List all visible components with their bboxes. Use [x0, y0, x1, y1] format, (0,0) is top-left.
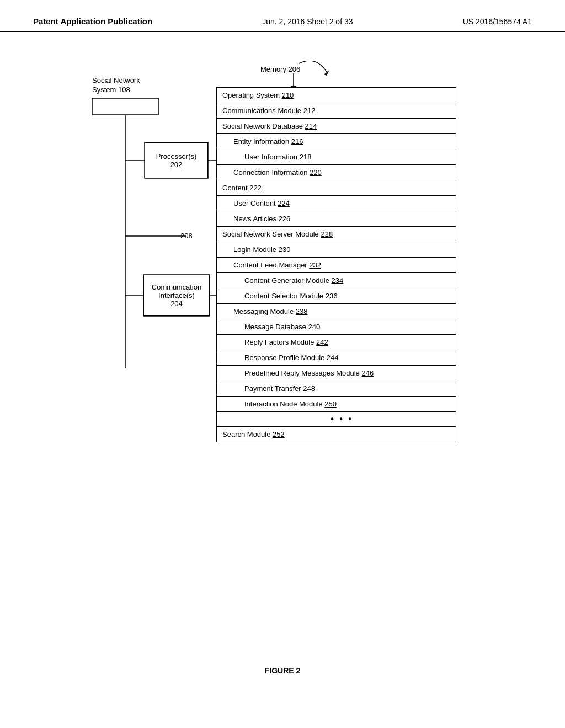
- tree-row-content-feed: Content Feed Manager 232: [217, 258, 456, 273]
- patent-number: US 2016/156574 A1: [463, 17, 532, 26]
- tree-row-sn-db: Social Network Database 214: [217, 119, 456, 134]
- tree-row-connection: Connection Information 220: [217, 165, 456, 180]
- memory-arrow: [299, 61, 332, 83]
- tree-row-os: Operating System 210: [217, 88, 456, 103]
- tree-row-user-content: User Content 224: [217, 196, 456, 211]
- label-208: 208: [180, 232, 193, 240]
- tree-row-content-gen: Content Generator Module 234: [217, 273, 456, 288]
- tree-row-interaction-node: Interaction Node Module 250: [217, 397, 456, 412]
- publication-title: Patent Application Publication: [33, 17, 152, 26]
- figure-caption: FIGURE 2: [33, 666, 532, 675]
- diagram: Social Network System 108 Processor(s)20…: [89, 65, 476, 644]
- tree-row-comm-module: Communications Module 212: [217, 103, 456, 119]
- processor-label: Processor(s)202: [156, 152, 197, 169]
- tree-row-user-info: User Information 218: [217, 149, 456, 165]
- tree-row-reply-factors: Reply Factors Module 242: [217, 335, 456, 350]
- main-content: Social Network System 108 Processor(s)20…: [0, 32, 565, 697]
- tree-row-msg-db: Message Database 240: [217, 319, 456, 335]
- tree-row-response-profile: Response Profile Module 244: [217, 350, 456, 366]
- tree-row-sn-server: Social Network Server Module 228: [217, 227, 456, 242]
- page-header: Patent Application Publication Jun. 2, 2…: [0, 0, 565, 32]
- memory-label: Memory 206: [260, 65, 300, 73]
- tree-row-news: News Articles 226: [217, 211, 456, 227]
- svg-rect-2: [92, 98, 158, 115]
- social-network-label: Social Network System 108: [92, 76, 153, 95]
- memory-tree: Operating System 210 Communications Modu…: [216, 87, 456, 442]
- tree-row-entity: Entity Information 216: [217, 134, 456, 149]
- tree-row-login: Login Module 230: [217, 242, 456, 258]
- tree-row-predefined-reply: Predefined Reply Messages Module 246: [217, 366, 456, 381]
- tree-row-content: Content 222: [217, 180, 456, 196]
- tree-row-content-sel: Content Selector Module 236: [217, 288, 456, 304]
- comm-label: CommunicationInterface(s)204: [152, 283, 201, 308]
- processor-box: Processor(s)202: [145, 142, 208, 178]
- svg-marker-11: [324, 70, 329, 76]
- date-sheet-info: Jun. 2, 2016 Sheet 2 of 33: [262, 17, 353, 26]
- dots-row: • • •: [217, 412, 456, 427]
- comm-interface-box: CommunicationInterface(s)204: [143, 275, 210, 316]
- tree-row-messaging: Messaging Module 238: [217, 304, 456, 319]
- tree-row-payment: Payment Transfer 248: [217, 381, 456, 397]
- tree-row-search: Search Module 252: [217, 427, 456, 442]
